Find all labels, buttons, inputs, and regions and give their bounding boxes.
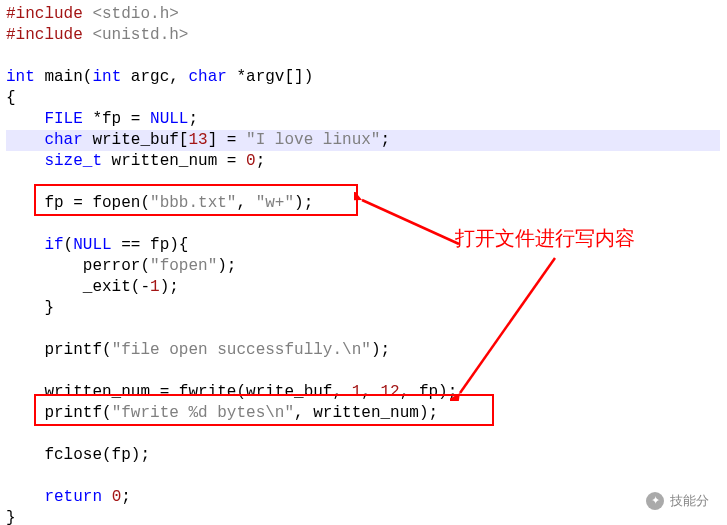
line: _exit(-1);	[6, 278, 179, 296]
line: written_num = fwrite(write_buf, 1, 12, f…	[6, 383, 457, 401]
line: FILE *fp = NULL;	[6, 110, 198, 128]
watermark-text: 技能分	[670, 490, 709, 511]
wechat-icon: ✦	[646, 492, 664, 510]
line: printf("file open successfully.\n");	[6, 341, 390, 359]
line-highlighted: char write_buf[13] = "I love linux";	[6, 130, 720, 151]
line: }	[6, 509, 16, 525]
line: if(NULL == fp){	[6, 236, 188, 254]
callout-label: 打开文件进行写内容	[455, 228, 635, 249]
line: int main(int argc, char *argv[])	[6, 68, 313, 86]
code-block: #include <stdio.h> #include <unistd.h> i…	[0, 0, 727, 525]
line: }	[6, 299, 54, 317]
line: perror("fopen");	[6, 257, 236, 275]
line: #include <stdio.h>	[6, 5, 179, 23]
line: printf("fwrite %d bytes\n", written_num)…	[6, 404, 438, 422]
line: return 0;	[6, 488, 131, 506]
line: {	[6, 89, 16, 107]
line: fclose(fp);	[6, 446, 150, 464]
line: #include <unistd.h>	[6, 26, 188, 44]
line: fp = fopen("bbb.txt", "w+");	[6, 194, 313, 212]
line: size_t written_num = 0;	[6, 152, 265, 170]
watermark: ✦ 技能分	[646, 490, 709, 511]
